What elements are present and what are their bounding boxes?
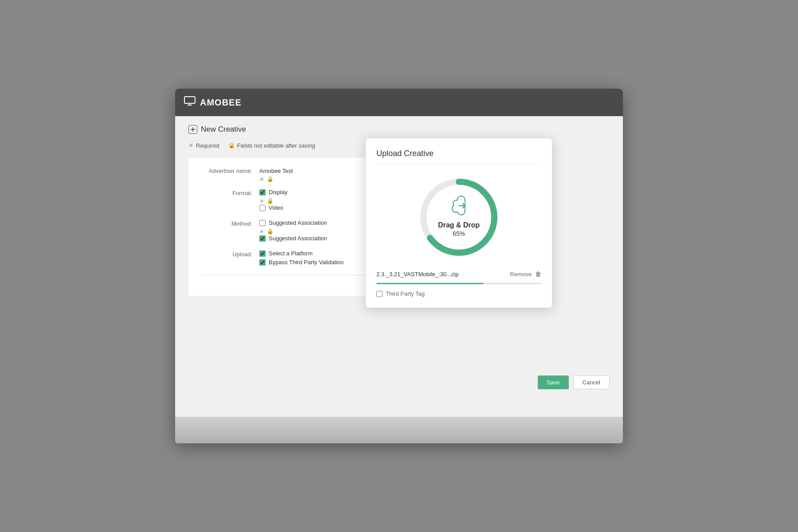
method-required-icon: ✳ [259, 228, 264, 235]
required-legend: ✳ Required [188, 142, 219, 149]
upload-modal: Upload Creative [366, 138, 552, 308]
video-checkbox[interactable] [259, 205, 266, 211]
suggested-1-label: Suggested Association [269, 219, 327, 226]
display-label: Display [269, 189, 288, 196]
page-title: New Creative [201, 125, 246, 134]
monitor-icon [184, 96, 196, 109]
select-platform-checkbox[interactable] [259, 250, 266, 257]
third-party-row[interactable]: Third Party Tag [376, 290, 541, 297]
bypass-validation-checkbox[interactable] [259, 259, 266, 266]
suggested-2-label: Suggested Association [269, 235, 327, 242]
bottom-shadow [175, 417, 623, 443]
page-header: New Creative [188, 125, 610, 134]
suggested-1-checkbox[interactable] [259, 220, 266, 226]
cancel-button[interactable]: Cancel [573, 376, 610, 389]
advertiser-required-icon: ✳ [259, 176, 264, 183]
ring-wrapper: Drag & Drop 65% [415, 173, 503, 262]
file-row: 2.3._3.21_VASTMobile_:30...zip Remove 🗑 [376, 270, 541, 280]
format-lock-icon: 🔒 [267, 198, 274, 204]
lock-legend-icon: 🔒 [228, 142, 235, 149]
save-button[interactable]: Save [538, 376, 569, 389]
modal-title: Upload Creative [376, 149, 541, 164]
third-party-label: Third Party Tag [386, 290, 425, 297]
drag-drop-text: Drag & Drop [438, 221, 480, 230]
display-checkbox[interactable] [259, 189, 266, 196]
select-platform-label: Select a Platform [269, 250, 313, 257]
suggested-2-checkbox[interactable] [259, 235, 266, 242]
file-actions[interactable]: Remove 🗑 [510, 270, 541, 278]
advertiser-lock-icon: 🔒 [267, 176, 274, 183]
format-label: Format: [202, 189, 259, 196]
browser-window: AMOBEE New Creative ✳ Required 🔒 Fields … [175, 89, 623, 443]
video-label: Video [269, 204, 283, 211]
progress-ring-container: Drag & Drop 65% [376, 173, 541, 262]
required-label: Required [196, 142, 219, 149]
upload-label: Upload: [202, 250, 259, 258]
logo-area: AMOBEE [184, 96, 242, 109]
advertiser-value: Amobee Test [259, 168, 293, 174]
top-bar: AMOBEE [175, 89, 623, 116]
format-required-icon: ✳ [259, 198, 264, 204]
trash-icon[interactable]: 🗑 [535, 270, 541, 278]
not-editable-legend: 🔒 Fields not editable after saving [228, 142, 315, 149]
file-name: 2.3._3.21_VASTMobile_:30...zip [376, 271, 459, 278]
file-progress-bar [376, 283, 541, 284]
method-label: Method: [202, 219, 259, 227]
ring-center: Drag & Drop 65% [438, 197, 480, 237]
progress-percent-text: 65% [438, 230, 480, 237]
remove-button[interactable]: Remove [510, 271, 532, 278]
cloud-upload-icon [438, 197, 480, 218]
third-party-checkbox[interactable] [376, 291, 383, 297]
bypass-validation-label: Bypass Third Party Validation [269, 259, 344, 266]
not-editable-label: Fields not editable after saving [237, 142, 315, 149]
advertiser-label: Advertiser name: [202, 167, 259, 174]
file-progress-fill [376, 283, 484, 284]
svg-rect-0 [184, 97, 195, 103]
add-icon [188, 125, 197, 134]
main-content: New Creative ✳ Required 🔒 Fields not edi… [175, 116, 623, 417]
required-asterisk-icon: ✳ [188, 142, 194, 149]
action-buttons: Save Cancel [538, 376, 610, 389]
method-lock-icon: 🔒 [267, 228, 274, 235]
app-logo-text: AMOBEE [200, 98, 242, 108]
